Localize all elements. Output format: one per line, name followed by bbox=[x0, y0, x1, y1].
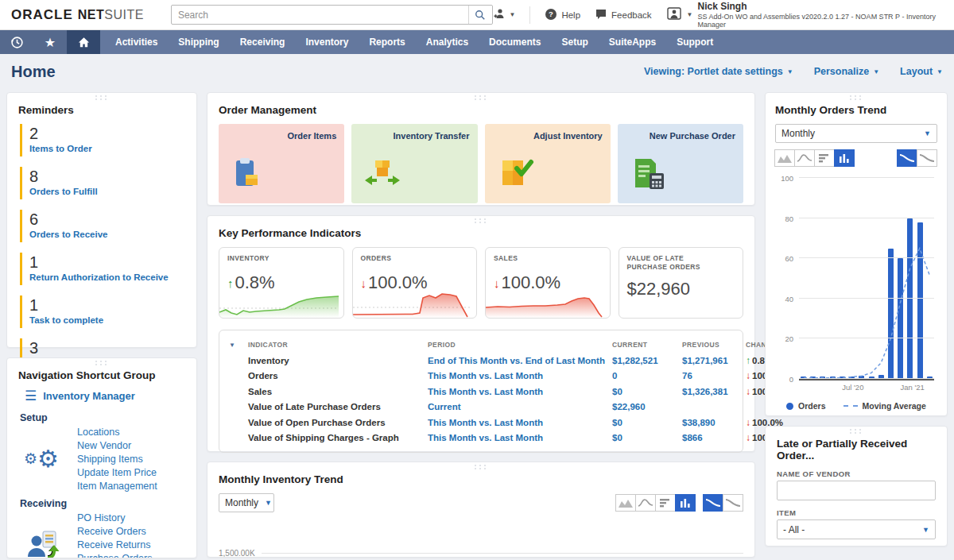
hbar-chart-toggle-icon[interactable] bbox=[655, 494, 676, 512]
nav-item-suiteapps[interactable]: SuiteApps bbox=[599, 30, 666, 54]
trendline-off-toggle-icon[interactable] bbox=[917, 149, 937, 167]
tile-new-purchase-order[interactable]: New Purchase Order bbox=[618, 124, 743, 203]
roles-menu[interactable]: ▼ bbox=[493, 8, 516, 22]
filter-caret-icon[interactable]: ▼ bbox=[229, 342, 248, 349]
cell-previous[interactable]: $866 bbox=[682, 433, 746, 442]
link-item-management[interactable]: Item Management bbox=[77, 481, 157, 492]
table-row[interactable]: Value of Shipping Charges - Graph This M… bbox=[229, 431, 733, 446]
kpi-card-sales[interactable]: SALES ↓ 100.0% bbox=[485, 247, 611, 319]
cell-previous[interactable]: $1,271,961 bbox=[682, 356, 746, 365]
reminder-orders-to-fulfill[interactable]: 8 Orders to Fulfill bbox=[20, 167, 185, 199]
nav-item-receiving[interactable]: Receiving bbox=[230, 30, 296, 54]
reminder-items-to-order[interactable]: 2 Items to Order bbox=[20, 124, 185, 156]
nav-item-analytics[interactable]: Analytics bbox=[416, 30, 479, 54]
svg-text:?: ? bbox=[549, 10, 554, 18]
nav-item-shipping[interactable]: Shipping bbox=[168, 30, 229, 54]
help-icon: ? bbox=[545, 8, 557, 22]
trendline-on-toggle-icon[interactable] bbox=[897, 149, 917, 167]
drag-handle[interactable] bbox=[850, 95, 863, 100]
area-chart-toggle-icon[interactable] bbox=[615, 494, 636, 512]
link-new-vendor[interactable]: New Vendor bbox=[77, 440, 157, 451]
user-menu[interactable]: ▼ Nick Singh SS Add-On WO and Assemblies… bbox=[666, 1, 943, 29]
nav-item-setup[interactable]: Setup bbox=[551, 30, 598, 54]
table-row[interactable]: Value of Open Purchase Orders This Month… bbox=[229, 415, 733, 431]
trendline-off-toggle-icon[interactable] bbox=[723, 494, 743, 512]
reminder-return-authorization[interactable]: 1 Return Authorization to Receive bbox=[20, 253, 185, 285]
period-select[interactable]: Monthly ▼ bbox=[219, 493, 274, 512]
area-chart-toggle-icon[interactable] bbox=[774, 149, 795, 167]
search-icon[interactable] bbox=[468, 6, 492, 24]
cell-current[interactable]: $0 bbox=[612, 418, 682, 427]
tile-adjust-inventory[interactable]: Adjust Inventory bbox=[485, 124, 611, 203]
cell-period[interactable]: Current bbox=[428, 402, 612, 411]
feedback-button[interactable]: Feedback bbox=[595, 8, 652, 22]
nav-item-support[interactable]: Support bbox=[666, 30, 723, 54]
hbar-chart-toggle-icon[interactable] bbox=[814, 149, 835, 167]
link-shipping-items[interactable]: Shipping Items bbox=[77, 454, 157, 465]
reminders-title: Reminders bbox=[18, 104, 185, 116]
line-chart-toggle-icon[interactable] bbox=[794, 149, 815, 167]
nav-item-activities[interactable]: Activities bbox=[105, 30, 168, 54]
cell-current[interactable]: $22,960 bbox=[612, 402, 682, 411]
reminder-orders-to-receive[interactable]: 6 Orders to Receive bbox=[20, 210, 185, 242]
cell-previous[interactable]: $38,890 bbox=[682, 418, 746, 427]
cell-current[interactable]: $0 bbox=[612, 433, 682, 442]
link-purchase-orders[interactable]: Purchase Orders bbox=[77, 553, 157, 558]
search-input[interactable] bbox=[172, 10, 468, 21]
shortcuts-star-icon[interactable]: ★ bbox=[33, 30, 67, 54]
drag-handle[interactable] bbox=[475, 218, 487, 223]
vbar-chart-toggle-icon[interactable] bbox=[834, 149, 855, 167]
vbar-chart-toggle-icon[interactable] bbox=[675, 494, 696, 512]
cell-current[interactable]: $1,282,521 bbox=[612, 356, 682, 365]
reminder-task-to-complete[interactable]: 1 Task to complete bbox=[20, 295, 185, 328]
recent-records-icon[interactable] bbox=[0, 30, 33, 54]
link-receive-orders[interactable]: Receive Orders bbox=[77, 526, 157, 537]
nav-item-reports[interactable]: Reports bbox=[359, 30, 415, 54]
table-row[interactable]: Value of Late Purchase Orders Current $2… bbox=[229, 400, 733, 415]
kpi-card-orders[interactable]: ORDERS ↓ 100.0% bbox=[352, 247, 478, 319]
cell-period[interactable]: This Month vs. Last Month bbox=[428, 418, 612, 427]
help-button[interactable]: ? Help bbox=[545, 8, 580, 22]
legend-moving-average[interactable]: Moving Average bbox=[843, 401, 926, 411]
drag-handle[interactable] bbox=[850, 429, 863, 434]
cell-period[interactable]: This Month vs. Last Month bbox=[428, 387, 612, 396]
chevron-down-icon: ▼ bbox=[873, 68, 879, 75]
cell-current[interactable]: $0 bbox=[612, 387, 682, 396]
cell-current[interactable]: 0 bbox=[612, 371, 682, 380]
nav-item-documents[interactable]: Documents bbox=[479, 30, 551, 54]
vendor-input[interactable] bbox=[777, 481, 936, 500]
link-locations[interactable]: Locations bbox=[77, 427, 157, 438]
drag-handle[interactable] bbox=[95, 361, 108, 365]
tile-order-items[interactable]: Order Items bbox=[219, 124, 344, 203]
kpi-card-late-po-value[interactable]: VALUE OF LATE PURCHASE ORDERS $22,960 bbox=[619, 247, 744, 319]
link-update-item-price[interactable]: Update Item Price bbox=[77, 467, 157, 478]
cell-previous[interactable]: $1,326,381 bbox=[682, 387, 746, 396]
cell-period[interactable]: This Month vs. Last Month bbox=[428, 371, 612, 380]
home-tab-icon[interactable] bbox=[67, 30, 100, 54]
drag-handle[interactable] bbox=[95, 95, 108, 100]
period-select[interactable]: Monthly ▼ bbox=[775, 124, 937, 143]
personalize-menu[interactable]: Personalize ▼ bbox=[814, 66, 879, 77]
cell-previous[interactable]: 76 bbox=[682, 371, 746, 380]
inventory-manager-link[interactable]: ☰ Inventory Manager bbox=[25, 389, 185, 403]
link-po-history[interactable]: PO History bbox=[77, 512, 157, 523]
tile-inventory-transfer[interactable]: Inventory Transfer bbox=[351, 124, 477, 203]
viewing-settings-menu[interactable]: Viewing: Portlet date settings ▼ bbox=[644, 66, 793, 77]
table-row[interactable]: Orders This Month vs. Last Month 0 76 ↓1… bbox=[229, 369, 733, 384]
drag-handle[interactable] bbox=[475, 465, 487, 469]
personalize-label: Personalize bbox=[814, 66, 869, 77]
link-receive-returns[interactable]: Receive Returns bbox=[77, 539, 157, 550]
drag-handle[interactable] bbox=[475, 95, 487, 100]
layout-menu[interactable]: Layout ▼ bbox=[900, 66, 943, 77]
item-select[interactable]: - All - ▼ bbox=[777, 519, 936, 539]
cell-period[interactable]: This Month vs. Last Month bbox=[428, 433, 612, 442]
trendline-on-toggle-icon[interactable] bbox=[703, 494, 723, 512]
table-row[interactable]: Sales This Month vs. Last Month $0 $1,32… bbox=[229, 384, 733, 400]
reminder-label: Orders to Fulfill bbox=[29, 187, 185, 196]
cell-period[interactable]: End of This Month vs. End of Last Month bbox=[428, 356, 612, 365]
kpi-card-inventory[interactable]: INVENTORY ↑ 0.8% bbox=[219, 247, 344, 319]
legend-orders[interactable]: Orders bbox=[786, 401, 825, 411]
nav-item-inventory[interactable]: Inventory bbox=[295, 30, 359, 54]
table-row[interactable]: Inventory End of This Month vs. End of L… bbox=[229, 353, 733, 369]
line-chart-toggle-icon[interactable] bbox=[635, 494, 656, 512]
